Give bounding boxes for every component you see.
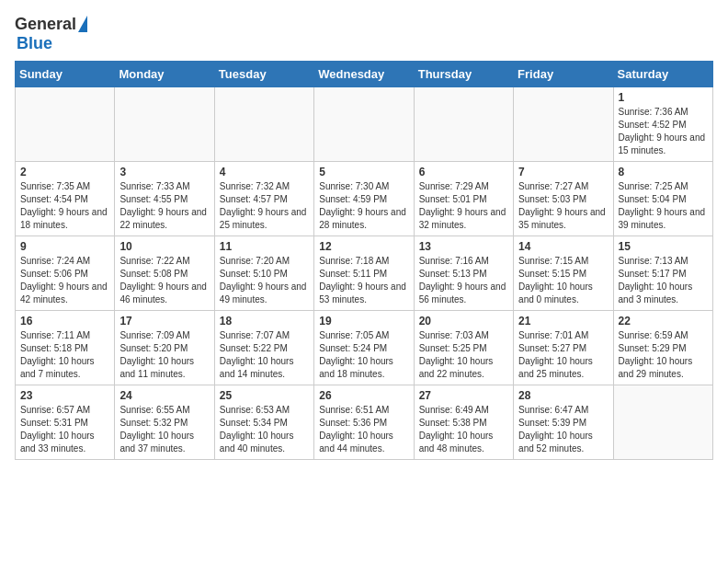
calendar-cell [16,87,115,162]
day-info: Sunrise: 7:25 AM Sunset: 5:04 PM Dayligh… [619,181,706,230]
calendar-cell: 25Sunrise: 6:53 AM Sunset: 5:34 PM Dayli… [214,385,313,460]
day-of-week-header: Friday [514,62,613,87]
calendar-cell: 19Sunrise: 7:05 AM Sunset: 5:24 PM Dayli… [314,311,414,385]
day-info: Sunrise: 7:20 AM Sunset: 5:10 PM Dayligh… [220,256,307,304]
calendar-week-row: 1Sunrise: 7:36 AM Sunset: 4:52 PM Daylig… [16,87,713,162]
calendar-cell: 5Sunrise: 7:30 AM Sunset: 4:59 PM Daylig… [314,162,414,236]
logo-general-text: General [15,15,76,34]
calendar-cell [613,385,712,460]
day-info: Sunrise: 7:18 AM Sunset: 5:11 PM Dayligh… [319,256,406,304]
calendar-cell: 22Sunrise: 6:59 AM Sunset: 5:29 PM Dayli… [613,311,712,385]
day-number: 26 [319,389,408,402]
calendar-cell: 27Sunrise: 6:49 AM Sunset: 5:38 PM Dayli… [414,385,513,460]
calendar-cell: 26Sunrise: 6:51 AM Sunset: 5:36 PM Dayli… [314,385,414,460]
calendar-cell: 8Sunrise: 7:25 AM Sunset: 5:04 PM Daylig… [613,162,712,236]
day-info: Sunrise: 6:59 AM Sunset: 5:29 PM Dayligh… [619,330,693,379]
calendar-cell: 4Sunrise: 7:32 AM Sunset: 4:57 PM Daylig… [214,162,313,236]
day-info: Sunrise: 7:22 AM Sunset: 5:08 PM Dayligh… [119,256,207,304]
day-info: Sunrise: 7:24 AM Sunset: 5:06 PM Dayligh… [20,256,108,304]
day-number: 10 [119,240,209,253]
day-info: Sunrise: 7:03 AM Sunset: 5:25 PM Dayligh… [419,330,494,379]
day-number: 13 [419,240,508,253]
calendar-cell [214,87,313,162]
day-number: 9 [20,240,109,253]
calendar-cell: 13Sunrise: 7:16 AM Sunset: 5:13 PM Dayli… [414,236,513,311]
logo: General Blue [15,15,87,53]
day-info: Sunrise: 6:53 AM Sunset: 5:34 PM Dayligh… [220,405,294,454]
calendar-cell: 10Sunrise: 7:22 AM Sunset: 5:08 PM Dayli… [115,236,214,311]
day-info: Sunrise: 6:57 AM Sunset: 5:31 PM Dayligh… [20,405,95,454]
calendar-header-row: SundayMondayTuesdayWednesdayThursdayFrid… [16,62,713,87]
calendar-cell: 23Sunrise: 6:57 AM Sunset: 5:31 PM Dayli… [16,385,115,460]
calendar-cell [414,87,513,162]
day-number: 22 [619,315,708,327]
day-info: Sunrise: 7:27 AM Sunset: 5:03 PM Dayligh… [518,181,606,230]
day-of-week-header: Sunday [16,62,115,87]
day-number: 25 [220,389,309,402]
day-of-week-header: Thursday [414,62,513,87]
day-number: 14 [518,240,608,253]
day-number: 3 [119,166,209,178]
day-number: 4 [220,166,309,178]
day-number: 2 [20,166,109,178]
calendar-cell: 18Sunrise: 7:07 AM Sunset: 5:22 PM Dayli… [214,311,313,385]
calendar-cell: 9Sunrise: 7:24 AM Sunset: 5:06 PM Daylig… [16,236,115,311]
calendar-cell: 16Sunrise: 7:11 AM Sunset: 5:18 PM Dayli… [16,311,115,385]
day-number: 23 [20,389,109,402]
day-of-week-header: Tuesday [214,62,313,87]
calendar-week-row: 2Sunrise: 7:35 AM Sunset: 4:54 PM Daylig… [16,162,713,236]
day-info: Sunrise: 7:13 AM Sunset: 5:17 PM Dayligh… [619,256,693,304]
page-header: General Blue [15,15,713,53]
day-info: Sunrise: 6:55 AM Sunset: 5:32 PM Dayligh… [119,405,194,454]
day-of-week-header: Wednesday [314,62,414,87]
calendar-cell: 15Sunrise: 7:13 AM Sunset: 5:17 PM Dayli… [613,236,712,311]
day-info: Sunrise: 7:29 AM Sunset: 5:01 PM Dayligh… [419,181,506,230]
day-info: Sunrise: 7:33 AM Sunset: 4:55 PM Dayligh… [119,181,207,230]
day-number: 6 [419,166,508,178]
day-info: Sunrise: 7:30 AM Sunset: 4:59 PM Dayligh… [319,181,406,230]
day-info: Sunrise: 7:36 AM Sunset: 4:52 PM Dayligh… [619,107,706,155]
calendar-cell [514,87,613,162]
calendar-cell: 6Sunrise: 7:29 AM Sunset: 5:01 PM Daylig… [414,162,513,236]
day-number: 1 [619,91,708,104]
day-info: Sunrise: 6:49 AM Sunset: 5:38 PM Dayligh… [419,405,494,454]
calendar-table: SundayMondayTuesdayWednesdayThursdayFrid… [15,61,713,460]
calendar-cell [314,87,414,162]
day-number: 11 [220,240,309,253]
day-info: Sunrise: 7:09 AM Sunset: 5:20 PM Dayligh… [119,330,194,379]
calendar-cell: 1Sunrise: 7:36 AM Sunset: 4:52 PM Daylig… [613,87,712,162]
day-number: 16 [20,315,109,327]
calendar-cell: 14Sunrise: 7:15 AM Sunset: 5:15 PM Dayli… [514,236,613,311]
day-number: 28 [518,389,608,402]
day-info: Sunrise: 7:16 AM Sunset: 5:13 PM Dayligh… [419,256,506,304]
day-info: Sunrise: 6:51 AM Sunset: 5:36 PM Dayligh… [319,405,393,454]
day-number: 15 [619,240,708,253]
logo-blue-text: Blue [17,34,52,53]
day-number: 8 [619,166,708,178]
calendar-cell: 28Sunrise: 6:47 AM Sunset: 5:39 PM Dayli… [514,385,613,460]
calendar-cell: 7Sunrise: 7:27 AM Sunset: 5:03 PM Daylig… [514,162,613,236]
calendar-cell: 21Sunrise: 7:01 AM Sunset: 5:27 PM Dayli… [514,311,613,385]
day-of-week-header: Monday [115,62,214,87]
calendar-cell [115,87,214,162]
day-number: 19 [319,315,408,327]
day-info: Sunrise: 7:07 AM Sunset: 5:22 PM Dayligh… [220,330,294,379]
day-number: 12 [319,240,408,253]
calendar-week-row: 23Sunrise: 6:57 AM Sunset: 5:31 PM Dayli… [16,385,713,460]
day-info: Sunrise: 7:15 AM Sunset: 5:15 PM Dayligh… [518,256,593,304]
calendar-cell: 20Sunrise: 7:03 AM Sunset: 5:25 PM Dayli… [414,311,513,385]
day-number: 20 [419,315,508,327]
day-info: Sunrise: 7:01 AM Sunset: 5:27 PM Dayligh… [518,330,593,379]
calendar-cell: 24Sunrise: 6:55 AM Sunset: 5:32 PM Dayli… [115,385,214,460]
calendar-week-row: 16Sunrise: 7:11 AM Sunset: 5:18 PM Dayli… [16,311,713,385]
day-number: 27 [419,389,508,402]
day-info: Sunrise: 7:11 AM Sunset: 5:18 PM Dayligh… [20,330,95,379]
day-number: 5 [319,166,408,178]
day-number: 24 [119,389,209,402]
logo-triangle-icon [78,16,87,32]
calendar-cell: 2Sunrise: 7:35 AM Sunset: 4:54 PM Daylig… [16,162,115,236]
day-info: Sunrise: 7:35 AM Sunset: 4:54 PM Dayligh… [20,181,108,230]
calendar-cell: 12Sunrise: 7:18 AM Sunset: 5:11 PM Dayli… [314,236,414,311]
calendar-cell: 17Sunrise: 7:09 AM Sunset: 5:20 PM Dayli… [115,311,214,385]
day-number: 21 [518,315,608,327]
